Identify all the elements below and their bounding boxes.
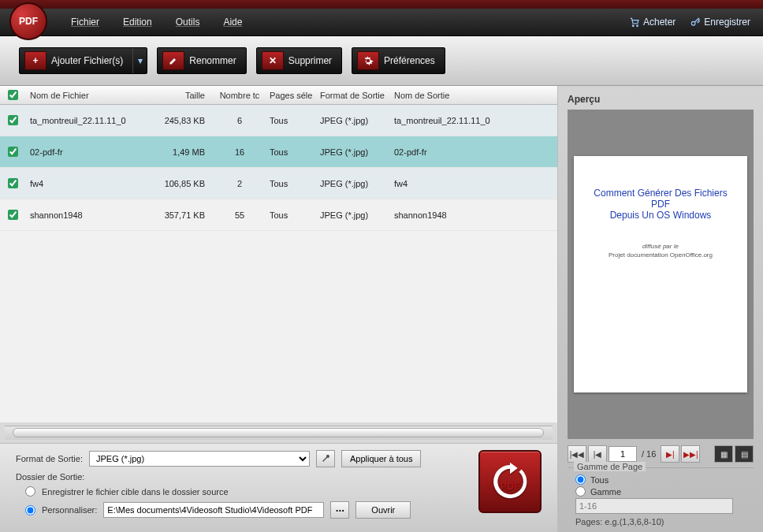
register-label: Enregistrer xyxy=(704,17,750,28)
cell-outname: 02-pdf-fr xyxy=(389,147,557,157)
preview-panel: Aperçu Comment Générer Des Fichiers PDF … xyxy=(558,86,763,532)
cell-outname: shannon1948 xyxy=(389,210,557,220)
row-checkbox[interactable] xyxy=(8,147,18,157)
col-filename[interactable]: Nom de Fichier xyxy=(25,91,158,100)
cell-size: 245,83 KB xyxy=(158,116,214,125)
page-total: / 16 xyxy=(642,449,656,459)
cell-format: JPEG (*.jpg) xyxy=(320,179,389,188)
next-page-button[interactable]: ▶| xyxy=(661,445,679,463)
table-row[interactable]: ta_montreuil_22.11.11_0245,83 KB6TousJPE… xyxy=(0,105,557,136)
menu-file[interactable]: Fichier xyxy=(71,17,99,28)
svg-point-0 xyxy=(632,25,634,27)
rename-label: Renommer xyxy=(189,55,245,66)
browse-button[interactable]: ··· xyxy=(330,501,349,519)
cell-format: JPEG (*.jpg) xyxy=(320,147,389,157)
cart-icon xyxy=(629,17,640,28)
row-checkbox[interactable] xyxy=(8,210,18,220)
key-icon xyxy=(690,17,701,28)
top-strip: PDF Fichier Edition Outils Aide Acheter … xyxy=(0,9,763,36)
range-hint: Pages: e.g.(1,3,6,8-10) xyxy=(575,517,754,526)
top-right-links: Acheter Enregistrer xyxy=(629,17,750,28)
apply-all-button[interactable]: Appliquer à tous xyxy=(341,450,422,467)
register-link[interactable]: Enregistrer xyxy=(690,17,750,28)
layout-single-button[interactable]: ▦ xyxy=(714,445,733,463)
cell-filename: 02-pdf-fr xyxy=(25,147,158,157)
cell-pagesel: Tous xyxy=(265,179,320,188)
cell-size: 357,71 KB xyxy=(158,210,214,220)
last-page-button[interactable]: ▶▶| xyxy=(681,445,700,463)
page-range-group: Gamme de Page Tous Gamme Pages: e.g.(1,3… xyxy=(568,467,754,526)
rename-button[interactable]: Renommer xyxy=(157,47,246,74)
file-list-panel: Nom de Fichier Taille Nombre tc Pages sé… xyxy=(0,86,558,532)
gear-icon xyxy=(357,51,379,70)
open-folder-button[interactable]: Ouvrir xyxy=(355,501,411,519)
dest-source-label: Enregistrer le fichier cible dans le dos… xyxy=(42,487,229,497)
table-row[interactable]: 02-pdf-fr1,49 MB16TousJPEG (*.jpg)02-pdf… xyxy=(0,136,557,168)
page-range-heading: Gamme de Page xyxy=(574,462,646,471)
svg-point-2 xyxy=(692,21,696,25)
preview-title: Aperçu xyxy=(568,94,754,105)
add-file-dropdown[interactable]: ▾ xyxy=(132,48,147,73)
preview-line-3: Depuis Un OS Windows xyxy=(585,210,736,221)
menu-help[interactable]: Aide xyxy=(223,17,242,28)
format-select[interactable]: JPEG (*.jpg) xyxy=(89,451,310,467)
range-all-radio[interactable] xyxy=(575,474,586,485)
cell-outname: fw4 xyxy=(389,179,557,188)
range-custom-radio[interactable] xyxy=(575,486,586,497)
col-format[interactable]: Format de Sortie xyxy=(320,91,389,100)
app-logo: PDF xyxy=(9,2,47,40)
range-all-option[interactable]: Tous xyxy=(575,474,754,485)
menu-tools[interactable]: Outils xyxy=(176,17,200,28)
horizontal-scrollbar[interactable] xyxy=(5,426,553,440)
cell-size: 106,85 KB xyxy=(158,179,214,188)
folder-label: Dossier de Sortie: xyxy=(16,472,84,482)
prev-page-button[interactable]: |◀ xyxy=(588,445,607,463)
row-checkbox[interactable] xyxy=(8,115,18,125)
range-input[interactable] xyxy=(575,498,733,514)
table-header: Nom de Fichier Taille Nombre tc Pages sé… xyxy=(0,86,557,105)
cell-pages: 2 xyxy=(214,179,265,188)
scrollbar-thumb[interactable] xyxy=(13,428,544,437)
toolbar: + Ajouter Fichier(s) ▾ Renommer ✕ Suppri… xyxy=(0,36,763,86)
cell-format: JPEG (*.jpg) xyxy=(320,210,389,220)
convert-button[interactable]: PDF xyxy=(478,450,542,513)
col-pagesel[interactable]: Pages séle xyxy=(265,91,320,100)
cell-outname: ta_montreuil_22.11.11_0 xyxy=(389,116,557,125)
range-custom-label: Gamme xyxy=(590,487,621,497)
cell-pages: 55 xyxy=(214,210,265,220)
table-row[interactable]: shannon1948357,71 KB55TousJPEG (*.jpg)sh… xyxy=(0,199,557,231)
dest-source-radio[interactable] xyxy=(25,486,35,497)
delete-label: Supprimer xyxy=(288,55,341,66)
wrench-icon xyxy=(321,454,330,463)
select-all-checkbox[interactable] xyxy=(8,90,18,100)
prefs-button[interactable]: Préférences xyxy=(352,47,445,74)
table-row[interactable]: fw4106,85 KB2TousJPEG (*.jpg)fw4 xyxy=(0,168,557,199)
pencil-icon xyxy=(162,51,184,70)
dest-custom-radio[interactable] xyxy=(25,505,35,515)
preview-page: Comment Générer Des Fichiers PDF Depuis … xyxy=(574,156,747,392)
cell-pages: 16 xyxy=(214,147,265,157)
range-custom-option[interactable]: Gamme xyxy=(575,486,754,497)
buy-label: Acheter xyxy=(643,17,676,28)
row-checkbox[interactable] xyxy=(8,178,18,188)
preview-line-2: PDF xyxy=(585,199,736,210)
cell-filename: fw4 xyxy=(25,179,158,188)
col-size[interactable]: Taille xyxy=(158,91,214,100)
menu-edit[interactable]: Edition xyxy=(123,17,152,28)
svg-text:PDF: PDF xyxy=(501,481,519,492)
first-page-button[interactable]: |◀◀ xyxy=(568,445,586,463)
add-file-button[interactable]: + Ajouter Fichier(s) ▾ xyxy=(19,47,147,74)
cell-filename: ta_montreuil_22.11.11_0 xyxy=(25,116,158,125)
col-pagecount[interactable]: Nombre tc xyxy=(214,91,265,100)
cell-filename: shannon1948 xyxy=(25,210,158,220)
layout-multi-button[interactable]: ▤ xyxy=(735,445,754,463)
format-settings-button[interactable] xyxy=(316,450,335,467)
plus-icon: + xyxy=(24,51,47,70)
dest-path-input[interactable] xyxy=(103,502,324,518)
buy-link[interactable]: Acheter xyxy=(629,17,676,28)
table-body: ta_montreuil_22.11.11_0245,83 KB6TousJPE… xyxy=(0,105,557,422)
cell-pagesel: Tous xyxy=(265,116,320,125)
delete-button[interactable]: ✕ Supprimer xyxy=(256,47,342,74)
page-input[interactable] xyxy=(609,446,637,462)
col-outname[interactable]: Nom de Sortie xyxy=(389,91,557,100)
